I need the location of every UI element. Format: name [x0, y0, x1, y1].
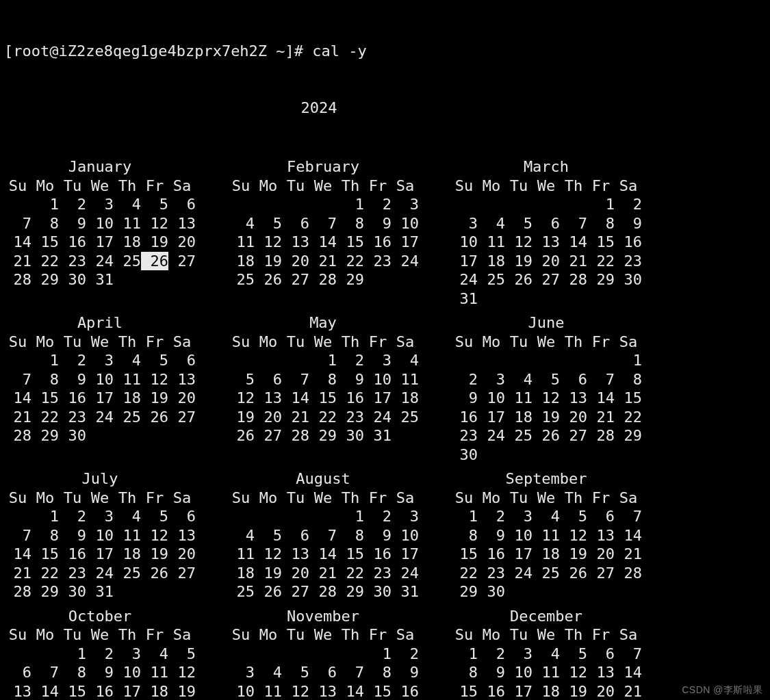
day-cell: 13	[168, 214, 196, 233]
week-row: 1 2	[227, 645, 419, 664]
day-cell: 7	[615, 645, 642, 664]
day-cell: 29	[337, 270, 364, 289]
day-cell: 26	[532, 426, 560, 445]
day-cell: 23	[364, 252, 392, 271]
dow-cell: Mo	[31, 333, 59, 352]
day-cell: 22	[587, 252, 615, 271]
day-cell: 23	[364, 564, 392, 583]
day-cell: 24	[505, 564, 532, 583]
day-cell	[532, 195, 560, 214]
day-cell: 9	[392, 663, 419, 682]
day-cell: 24	[450, 270, 478, 289]
day-cell: 6	[282, 214, 309, 233]
day-cell: 2	[337, 351, 364, 370]
day-cell: 15	[337, 545, 364, 564]
day-cell	[141, 582, 168, 601]
day-cell	[59, 445, 86, 465]
week-row: 9101112131415	[450, 389, 642, 408]
day-cell: 19	[141, 389, 168, 408]
day-cell: 12	[255, 545, 282, 564]
week-row: 18192021222324	[227, 252, 419, 271]
day-cell	[587, 582, 615, 601]
day-cell: 10	[392, 214, 419, 233]
day-cell: 26	[141, 564, 168, 583]
day-cell: 9	[86, 663, 114, 682]
day-cell: 26	[227, 426, 255, 445]
dow-cell: Tu	[59, 177, 86, 196]
day-cell	[532, 582, 560, 601]
day-cell: 30	[450, 445, 478, 465]
day-cell: 19	[505, 252, 532, 271]
day-cell	[31, 445, 59, 465]
day-cell: 10	[505, 526, 532, 545]
day-cell: 8	[309, 370, 337, 389]
day-cell	[337, 445, 364, 465]
week-row: 10111213141516	[227, 682, 419, 701]
dow-cell: Su	[450, 177, 478, 196]
month-june: JuneSuMoTuWeThFrSa 1 2 3 4 5 6 7 8 91011…	[450, 313, 642, 464]
dow-cell: Sa	[392, 333, 419, 352]
day-cell: 19	[532, 408, 560, 427]
day-cell: 31	[86, 270, 114, 289]
day-cell	[532, 351, 560, 370]
day-cell: 25	[392, 408, 419, 427]
dow-cell: Mo	[31, 489, 59, 508]
day-cell: 22	[450, 564, 478, 583]
day-cell: 5	[255, 214, 282, 233]
day-cell: 14	[615, 663, 642, 682]
day-cell: 3	[114, 645, 141, 664]
day-cell: 26	[505, 270, 532, 289]
month-march: MarchSuMoTuWeThFrSa 1 2 3 4 5 6 7 8 9101…	[450, 157, 642, 308]
dow-cell: Tu	[505, 625, 532, 645]
day-cell	[364, 289, 392, 309]
day-cell: 28	[615, 564, 642, 583]
day-cell	[392, 445, 419, 465]
day-cell: 25	[227, 582, 255, 601]
day-cell: 8	[450, 663, 478, 682]
day-cell: 13	[532, 233, 560, 252]
dow-cell: Fr	[587, 489, 615, 508]
dow-cell: Sa	[615, 333, 642, 352]
dow-cell: We	[86, 177, 114, 196]
week-row: 282930	[4, 426, 196, 445]
day-cell	[227, 351, 255, 370]
day-cell: 14	[337, 682, 364, 701]
week-row	[4, 445, 196, 465]
dow-cell: Mo	[478, 177, 505, 196]
day-cell	[114, 445, 141, 465]
dow-cell: Mo	[255, 177, 282, 196]
week-row	[227, 445, 419, 465]
week-row: 1 2 3 4 5 6	[4, 507, 196, 526]
day-cell: 1	[31, 195, 59, 214]
week-row: 1 2 3 4 5 6 7	[450, 507, 642, 526]
day-cell	[141, 270, 168, 289]
day-cell: 5	[560, 645, 587, 664]
dow-cell: Tu	[59, 625, 86, 645]
week-row: 262728293031	[227, 426, 419, 445]
day-cell: 8	[450, 526, 478, 545]
month-november: NovemberSuMoTuWeThFrSa 1 2 3 4 5 6 7 8 9…	[227, 607, 419, 701]
day-cell: 11	[227, 233, 255, 252]
day-cell: 10	[478, 389, 505, 408]
dow-cell: Fr	[587, 625, 615, 645]
day-cell	[309, 645, 337, 664]
day-cell: 17	[505, 545, 532, 564]
command-text: cal -y	[312, 42, 366, 60]
day-cell: 3	[227, 663, 255, 682]
day-cell	[114, 270, 141, 289]
dow-cell: Fr	[141, 177, 168, 196]
day-cell: 21	[282, 408, 309, 427]
day-cell: 15	[31, 233, 59, 252]
week-row: 1	[450, 351, 642, 370]
dow-cell: Mo	[255, 333, 282, 352]
dow-cell: Mo	[478, 333, 505, 352]
day-cell: 17	[478, 408, 505, 427]
day-cell: 8	[31, 526, 59, 545]
day-cell: 7	[560, 214, 587, 233]
day-cell: 17	[364, 389, 392, 408]
dow-cell: Tu	[59, 333, 86, 352]
day-cell: 13	[168, 370, 196, 389]
day-cell: 1	[450, 507, 478, 526]
day-cell	[114, 289, 141, 309]
day-cell: 27	[282, 582, 309, 601]
